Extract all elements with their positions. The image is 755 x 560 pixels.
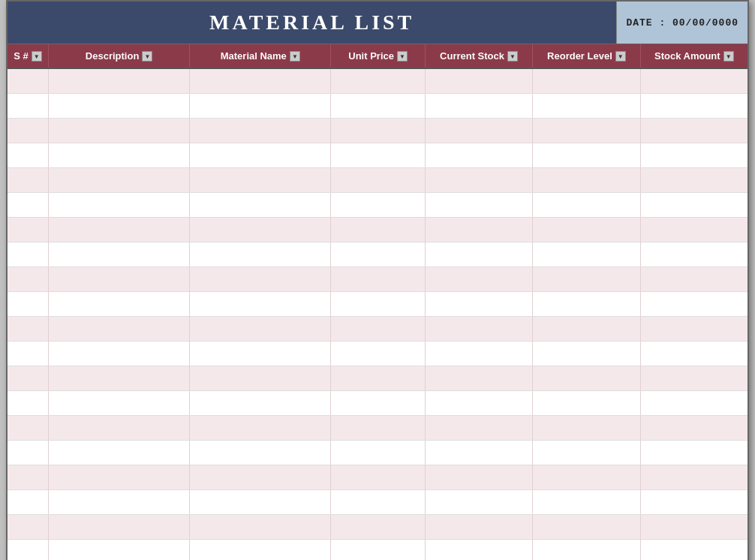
- data-cell-reorder_level: [533, 366, 640, 390]
- data-cell-description: [49, 218, 190, 242]
- header-cell-sn: S #▼: [8, 44, 49, 68]
- data-cell-reorder_level: [533, 490, 640, 514]
- data-cell-current_stock: [426, 416, 533, 440]
- dropdown-arrow-sn[interactable]: ▼: [32, 51, 42, 62]
- data-cell-current_stock: [426, 366, 533, 390]
- data-cell-material_name: [190, 490, 331, 514]
- table-row: [8, 267, 747, 292]
- data-cell-current_stock: [426, 242, 533, 266]
- title-row: MATERIAL LIST DATE : 00/00/0000: [8, 2, 747, 44]
- dropdown-arrow-unit_price[interactable]: ▼: [397, 51, 408, 62]
- data-cell-reorder_level: [533, 441, 640, 465]
- data-cell-stock_amount: [641, 267, 747, 291]
- data-cell-description: [49, 69, 190, 93]
- data-cell-reorder_level: [533, 267, 640, 291]
- data-cell-unit_price: [331, 391, 425, 415]
- data-cell-unit_price: [331, 465, 425, 489]
- table-row: [8, 69, 747, 94]
- table-row: [8, 366, 747, 391]
- data-cell-stock_amount: [641, 218, 747, 242]
- data-cell-material_name: [190, 391, 331, 415]
- data-cell-stock_amount: [641, 317, 747, 341]
- data-cell-material_name: [190, 441, 331, 465]
- data-cell-stock_amount: [641, 366, 747, 390]
- table-row: [8, 242, 747, 267]
- data-cell-unit_price: [331, 317, 425, 341]
- title-cell: MATERIAL LIST: [8, 2, 616, 44]
- data-cell-sn: [8, 540, 49, 560]
- data-cell-reorder_level: [533, 292, 640, 316]
- table-row: [8, 317, 747, 342]
- data-cell-sn: [8, 342, 49, 366]
- data-cell-reorder_level: [533, 143, 640, 167]
- data-cell-description: [49, 168, 190, 192]
- data-cell-unit_price: [331, 218, 425, 242]
- data-cell-sn: [8, 69, 49, 93]
- table-row: [8, 515, 747, 540]
- data-cell-description: [49, 242, 190, 266]
- data-cell-material_name: [190, 267, 331, 291]
- data-cell-unit_price: [331, 292, 425, 316]
- data-cell-stock_amount: [641, 416, 747, 440]
- data-cell-description: [49, 94, 190, 118]
- data-cell-stock_amount: [641, 119, 747, 143]
- data-cell-reorder_level: [533, 242, 640, 266]
- data-cell-stock_amount: [641, 69, 747, 93]
- dropdown-arrow-reorder_level[interactable]: ▼: [615, 51, 626, 62]
- data-cell-stock_amount: [641, 515, 747, 539]
- table-row: [8, 391, 747, 416]
- data-cell-current_stock: [426, 342, 533, 366]
- data-cell-material_name: [190, 317, 331, 341]
- data-cell-current_stock: [426, 267, 533, 291]
- data-cell-sn: [8, 391, 49, 415]
- data-cell-stock_amount: [641, 490, 747, 514]
- header-label-current_stock: Current Stock: [440, 50, 504, 62]
- table-row: [8, 342, 747, 366]
- data-cell-stock_amount: [641, 342, 747, 366]
- table-row: [8, 465, 747, 490]
- data-cell-unit_price: [331, 119, 425, 143]
- data-cell-reorder_level: [533, 218, 640, 242]
- data-cell-sn: [8, 242, 49, 266]
- data-cell-description: [49, 490, 190, 514]
- data-cell-reorder_level: [533, 94, 640, 118]
- dropdown-arrow-current_stock[interactable]: ▼: [507, 51, 518, 62]
- spreadsheet-container: MATERIAL LIST DATE : 00/00/0000 S #▼Desc…: [6, 0, 749, 560]
- table-row: [8, 292, 747, 317]
- header-cell-current_stock: Current Stock▼: [426, 44, 533, 68]
- data-cell-sn: [8, 119, 49, 143]
- data-cell-material_name: [190, 540, 331, 560]
- data-cell-description: [49, 143, 190, 167]
- data-rows: [8, 69, 747, 560]
- data-cell-sn: [8, 218, 49, 242]
- data-cell-sn: [8, 292, 49, 316]
- dropdown-arrow-description[interactable]: ▼: [142, 51, 152, 62]
- dropdown-arrow-stock_amount[interactable]: ▼: [723, 51, 734, 62]
- dropdown-arrow-material_name[interactable]: ▼: [290, 51, 300, 62]
- data-cell-description: [49, 391, 190, 415]
- data-cell-current_stock: [426, 465, 533, 489]
- data-cell-stock_amount: [641, 441, 747, 465]
- data-cell-sn: [8, 515, 49, 539]
- header-cell-material_name: Material Name▼: [190, 44, 331, 68]
- data-cell-stock_amount: [641, 143, 747, 167]
- data-cell-material_name: [190, 119, 331, 143]
- header-label-description: Description: [86, 50, 140, 62]
- data-cell-unit_price: [331, 267, 425, 291]
- data-cell-sn: [8, 366, 49, 390]
- data-cell-material_name: [190, 242, 331, 266]
- data-cell-unit_price: [331, 242, 425, 266]
- header-cell-stock_amount: Stock Amount▼: [641, 44, 747, 68]
- data-cell-material_name: [190, 342, 331, 366]
- data-cell-stock_amount: [641, 391, 747, 415]
- data-cell-current_stock: [426, 540, 533, 560]
- data-cell-description: [49, 366, 190, 390]
- table-row: [8, 218, 747, 242]
- data-cell-stock_amount: [641, 168, 747, 192]
- data-cell-sn: [8, 267, 49, 291]
- data-cell-material_name: [190, 292, 331, 316]
- table-row: [8, 490, 747, 515]
- data-cell-description: [49, 441, 190, 465]
- date-label: DATE : 00/00/0000: [626, 17, 738, 29]
- data-cell-description: [49, 267, 190, 291]
